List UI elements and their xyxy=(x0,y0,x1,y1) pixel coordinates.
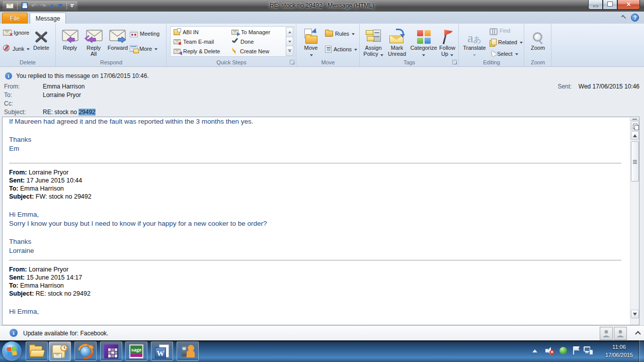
zoom-button[interactable]: Zoom xyxy=(527,26,549,51)
tray-status-icon[interactable] xyxy=(559,347,567,354)
ribbon-group-editing: aあ Translate Find Related Select Editing xyxy=(459,24,524,66)
taskbar-sage[interactable]: sage xyxy=(125,341,147,361)
divider xyxy=(9,260,621,260)
move-button[interactable]: Move xyxy=(301,26,321,57)
meeting-button[interactable]: Meeting xyxy=(130,30,159,37)
restore-button[interactable] xyxy=(603,0,617,10)
actions-button[interactable]: Actions xyxy=(325,46,357,53)
info-bar: i You replied to this message on 17/06/2… xyxy=(5,72,149,79)
meeting-icon xyxy=(130,30,138,37)
group-label-move: Move xyxy=(297,59,359,65)
reply-delete-icon xyxy=(174,49,181,54)
body-paragraph: Thanks xyxy=(9,135,629,144)
junk-button[interactable]: Junk xyxy=(3,45,30,52)
group-label-tags: Tags xyxy=(360,59,458,65)
categorize-button[interactable]: Categorize xyxy=(410,26,438,57)
browse-pages-icon[interactable] xyxy=(631,122,639,130)
mark-unread-button[interactable]: MarkUnread xyxy=(385,26,409,57)
follow-up-button[interactable]: FollowUp xyxy=(437,26,458,57)
minimize-ribbon-icon[interactable] xyxy=(621,15,626,20)
translate-button[interactable]: aあ Translate xyxy=(462,26,487,57)
title-bar: ↶ ↷ RE: stock no 29492 - Message (HTML) … xyxy=(0,0,644,12)
scroll-up-arrow[interactable] xyxy=(631,131,639,140)
reply-button[interactable]: Reply xyxy=(59,26,80,51)
network-icon[interactable] xyxy=(584,346,593,354)
quick-step-done[interactable]: Done xyxy=(229,37,270,46)
scroll-down-arrow[interactable] xyxy=(631,310,639,318)
delete-button[interactable]: Delete xyxy=(29,26,53,51)
people-pane-expand-icon[interactable] xyxy=(635,331,640,336)
cc-label: Cc: xyxy=(4,100,13,107)
find-button[interactable]: Find xyxy=(490,28,510,34)
tab-message[interactable]: Message xyxy=(30,13,66,24)
gallery-more-button[interactable] xyxy=(286,46,293,56)
ignore-button[interactable]: Ignore xyxy=(3,30,29,36)
quick-step-abi-in[interactable]: ABI IN xyxy=(171,27,220,37)
close-button[interactable]: ✕ xyxy=(617,0,640,10)
minimize-button[interactable] xyxy=(588,0,603,10)
mark-unread-icon xyxy=(389,29,405,44)
start-button[interactable] xyxy=(2,341,22,361)
quick-step-to-manager[interactable]: To Manager xyxy=(229,27,270,37)
update-info-icon: i xyxy=(10,329,18,337)
quick-step-reply-delete[interactable]: Reply & Delete xyxy=(171,46,220,56)
ribbon-group-respond: Reply ReplyAll Forward Meeting More xyxy=(56,24,167,66)
help-icon[interactable]: ? xyxy=(631,14,639,22)
window-title: RE: stock no 29492 - Message (HTML) xyxy=(0,2,644,9)
sent-line: Sent: Wed 17/06/2015 10:46 xyxy=(557,83,639,90)
update-text[interactable]: Update available for: Facebook. xyxy=(23,330,108,337)
split-handle[interactable] xyxy=(630,117,639,121)
message-body-text[interactable]: If Maureen had agreed it and the fault w… xyxy=(3,117,629,325)
translate-icon: aあ xyxy=(467,33,481,44)
quick-step-team-email[interactable]: Team E-mail xyxy=(171,37,220,46)
vertical-scrollbar[interactable] xyxy=(630,117,639,325)
actions-icon xyxy=(325,46,332,53)
quick-step-create-new[interactable]: Create New xyxy=(229,46,270,56)
taskbar-explorer[interactable] xyxy=(26,341,48,361)
more-button[interactable]: More xyxy=(130,45,157,52)
ribbon-group-tags: AssignPolicy MarkUnread Categorize Follo… xyxy=(360,24,459,66)
group-label-respond: Respond xyxy=(56,59,166,65)
zoom-icon xyxy=(532,32,544,44)
rules-button[interactable]: Rules xyxy=(325,31,355,37)
scroll-up-button[interactable] xyxy=(286,27,293,37)
taskbar-clock[interactable]: 11:06 17/06/2015 xyxy=(605,343,633,359)
avatar[interactable] xyxy=(614,327,627,340)
junk-icon xyxy=(3,45,11,52)
sage-icon: sage xyxy=(129,344,143,358)
scrollbar-thumb[interactable] xyxy=(631,141,639,182)
taskbar-outlook[interactable] xyxy=(49,341,71,361)
body-paragraph: If Maureen had agreed it and the fault w… xyxy=(9,117,629,126)
word-icon: W xyxy=(155,344,169,358)
tab-file[interactable]: File xyxy=(2,13,28,24)
move-icon xyxy=(303,29,318,44)
tags-dialog-launcher[interactable] xyxy=(452,60,457,65)
taskbar-firefox[interactable] xyxy=(74,341,97,361)
taskbar-phone-app[interactable] xyxy=(177,341,199,361)
outlook-icon xyxy=(52,344,67,358)
assign-policy-icon xyxy=(366,29,381,44)
subject-value[interactable]: RE: stock no 29492 xyxy=(43,109,96,116)
avatar[interactable] xyxy=(600,327,613,340)
tray-expand-icon[interactable] xyxy=(532,349,537,352)
more-icon xyxy=(130,45,137,52)
ribbon-group-move: Move Rules Actions Move xyxy=(297,24,360,66)
action-center-flag-icon[interactable] xyxy=(573,346,580,354)
quoted-header: From: Lorraine Pryor Sent: 15 June 2015 … xyxy=(9,265,629,298)
quick-steps-dialog-launcher[interactable] xyxy=(290,60,295,65)
forward-button[interactable]: Forward xyxy=(106,26,130,51)
select-button[interactable]: Select xyxy=(490,50,518,57)
taskbar-word[interactable]: W xyxy=(151,341,173,361)
assign-policy-button[interactable]: AssignPolicy xyxy=(361,26,385,57)
windows-logo-icon xyxy=(7,346,17,356)
volume-muted-icon[interactable]: ✕ xyxy=(545,347,554,355)
reply-all-button[interactable]: ReplyAll xyxy=(83,26,105,57)
from-value[interactable]: Emma Harrison xyxy=(43,83,85,90)
to-value[interactable]: Lorraine Pryor xyxy=(43,92,81,99)
quoted-header: From: Lorraine Pryor Sent: 17 June 2015 … xyxy=(9,168,629,201)
check-icon xyxy=(231,39,238,44)
scroll-down-button[interactable] xyxy=(286,37,293,47)
related-button[interactable]: Related xyxy=(490,39,523,46)
show-desktop-button[interactable] xyxy=(638,340,644,362)
taskbar-app-grid[interactable] xyxy=(100,341,122,361)
